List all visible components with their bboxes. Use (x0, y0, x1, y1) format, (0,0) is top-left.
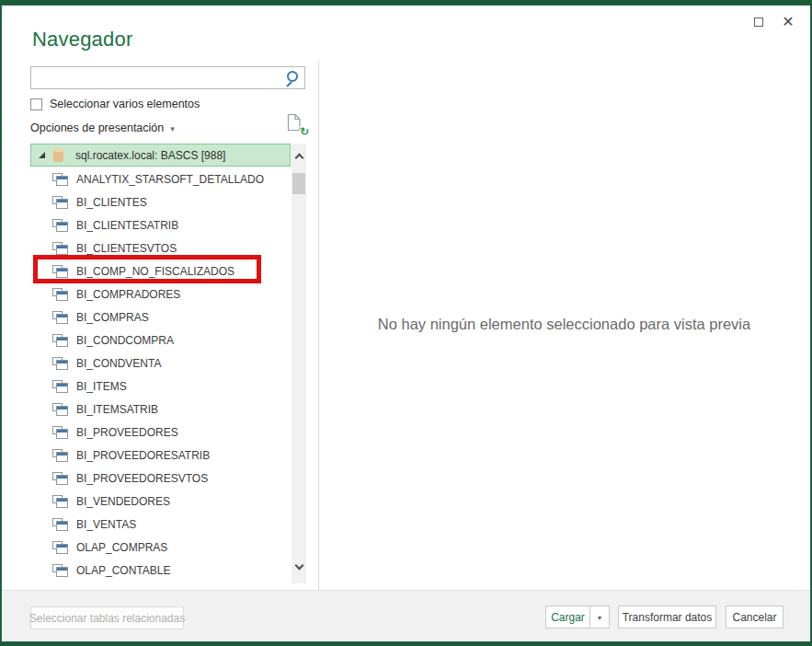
refresh-button[interactable]: ↻ (286, 113, 306, 135)
tree-item-label: ANALYTIX_STARSOFT_DETALLADO (76, 173, 264, 186)
dialog-footer: Seleccionar tablas relacionadas Cargar ▾… (2, 590, 810, 641)
scroll-down-button[interactable] (292, 559, 306, 574)
tree-item-label: BI_ITEMSATRIB (76, 403, 158, 416)
table-icon (52, 541, 68, 554)
navigation-tree: sql.rocatex.local: BASCS [988] ANALYTIX_… (30, 144, 306, 583)
close-icon: ✕ (782, 15, 794, 29)
tree-item[interactable]: ANALYTIX_STARSOFT_DETALLADO (30, 167, 291, 190)
tree-item-label: OLAP_COMPRAS (76, 541, 167, 554)
expand-collapse-icon[interactable] (39, 152, 45, 158)
window-controls: ✕ (744, 9, 803, 35)
tree-item-annotated[interactable]: BI_COMP_NO_FISCALIZADOS (30, 260, 291, 283)
navigator-dialog: Navegador ✕ Seleccionar varios elementos… (1, 5, 811, 642)
tree-item[interactable]: BI_VENDEDORES (30, 490, 291, 513)
table-icon (52, 380, 68, 393)
tree-item-label: BI_VENTAS (76, 518, 136, 531)
scroll-thumb[interactable] (292, 173, 305, 194)
tree-item-label: BI_CONDCOMPRA (76, 334, 174, 347)
tree-item-label: BI_CLIENTESVTOS (76, 242, 177, 255)
load-dropdown-button[interactable]: ▾ (589, 606, 609, 628)
preview-empty-message: No hay ningún elemento seleccionado para… (320, 316, 808, 333)
table-icon (52, 518, 68, 531)
table-icon (52, 334, 68, 347)
tree-item-label: BI_PROVEEDORES (76, 426, 178, 439)
table-icon (52, 311, 68, 324)
tree-item-label: BI_COMP_NO_FISCALIZADOS (76, 265, 234, 278)
tree-item-label: BI_VENDEDORES (76, 495, 170, 508)
tree-item-label: BI_PROVEEDORESATRIB (76, 449, 210, 462)
tree-item-label: BI_CLIENTESATRIB (76, 219, 178, 232)
tree-item-label: BI_PROVEEDORESVTOS (76, 472, 208, 485)
table-icon (52, 357, 68, 370)
tree-item[interactable]: BI_ITEMSATRIB (30, 398, 291, 421)
load-button[interactable]: Cargar (546, 606, 589, 628)
tree-item[interactable]: BI_COMPRADORES (30, 283, 291, 306)
display-options-label: Opciones de presentación (30, 121, 164, 134)
transform-data-button[interactable]: Transformar datos (618, 606, 716, 629)
table-icon (52, 173, 68, 186)
tree-item[interactable]: BI_PROVEEDORES (30, 421, 291, 444)
tree-item[interactable]: OLAP_COMPRAS (30, 536, 291, 559)
tree-item-label: BI_COMPRAS (76, 311, 149, 324)
tree-item-label: OLAP_CONTABLE (76, 564, 170, 577)
table-icon (52, 495, 68, 508)
search-input[interactable] (31, 67, 284, 88)
maximize-button[interactable] (744, 9, 773, 35)
select-related-tables-button[interactable]: Seleccionar tablas relacionadas (30, 606, 184, 629)
table-icon (52, 196, 68, 209)
tree-item-label: BI_CONDVENTA (76, 357, 161, 370)
table-icon (52, 265, 68, 278)
table-icon (52, 449, 68, 462)
table-icon (52, 242, 68, 255)
chevron-up-icon (294, 154, 303, 163)
screen-background: Navegador ✕ Seleccionar varios elementos… (0, 0, 812, 646)
table-icon (52, 403, 68, 416)
chevron-down-icon: ▾ (598, 612, 601, 622)
tree-item[interactable]: BI_COMPRAS (30, 306, 291, 329)
display-options-dropdown[interactable]: Opciones de presentación ▾ (30, 121, 175, 134)
tree-scrollbar[interactable] (292, 144, 306, 583)
chevron-down-icon (294, 561, 303, 571)
tree-root-label: sql.rocatex.local: BASCS [988] (75, 149, 225, 162)
tree-item-label: BI_COMPRADORES (76, 288, 180, 301)
load-split-button: Cargar ▾ (545, 606, 610, 629)
refresh-icon: ↻ (300, 126, 309, 137)
search-box (30, 66, 305, 89)
tree-item[interactable]: BI_CONDVENTA (30, 352, 291, 375)
table-icon (52, 288, 68, 301)
database-icon (53, 149, 63, 162)
tree-item[interactable]: BI_CLIENTESVTOS (30, 236, 291, 260)
tree-item-label: BI_ITEMS (76, 380, 127, 393)
table-icon (52, 564, 68, 577)
tree-item[interactable]: BI_CONDCOMPRA (30, 329, 291, 352)
tree-item[interactable]: OLAP_CONTABLE (30, 559, 291, 582)
close-button[interactable]: ✕ (773, 9, 803, 35)
tree-item[interactable]: BI_PROVEEDORESATRIB (30, 444, 291, 467)
table-icon (52, 472, 68, 485)
maximize-icon (754, 17, 763, 27)
tree-item[interactable]: BI_VENTAS (30, 513, 291, 536)
table-icon (52, 426, 68, 439)
tree-item[interactable]: BI_CLIENTES (30, 190, 291, 213)
tree-item[interactable]: BI_ITEMS (30, 375, 291, 398)
scroll-up-button[interactable] (292, 148, 306, 164)
tree-root-database[interactable]: sql.rocatex.local: BASCS [988] (30, 144, 291, 167)
tree-item[interactable]: BI_PROVEEDORESVTOS (30, 467, 291, 490)
cancel-button[interactable]: Cancelar (726, 606, 783, 629)
multi-select-row: Seleccionar varios elementos (30, 98, 200, 110)
pane-divider (318, 61, 319, 591)
multi-select-checkbox[interactable] (30, 98, 42, 110)
chevron-down-icon: ▾ (170, 122, 175, 133)
tree-item-label: BI_CLIENTES (76, 196, 147, 209)
table-icon (52, 219, 68, 232)
tree-item[interactable]: BI_CLIENTESATRIB (30, 213, 291, 236)
search-icon[interactable] (284, 70, 300, 86)
multi-select-label[interactable]: Seleccionar varios elementos (50, 98, 200, 110)
page-title: Navegador (32, 28, 132, 52)
